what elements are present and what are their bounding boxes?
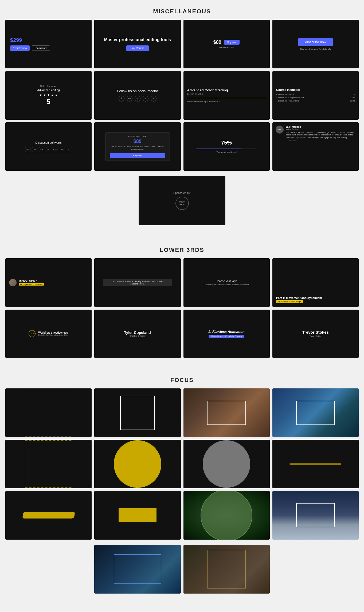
workshop-overlay: [183, 388, 270, 437]
aerial-overlay: [272, 388, 359, 437]
social-card: Follow us on social media! f tw ig yt in: [94, 71, 181, 120]
difficulty-sublabel: Advanced editing: [37, 88, 60, 92]
dashed-rect-gold: [25, 440, 72, 488]
section-title-miscellaneous: MISCELLANEOUS: [0, 0, 364, 20]
sponsor-logo: YOURLOGO: [175, 197, 189, 210]
dot-3: ▸: [276, 100, 277, 102]
social-icons-row: f tw ig yt in: [119, 96, 156, 102]
sponsor-label: Sponsored by:: [173, 192, 191, 194]
gold-rect: [119, 508, 156, 522]
mountain-focus-box: [296, 503, 335, 527]
lesson-row-1: ▸Lesson 01 - Basics 22:51: [276, 93, 355, 96]
focus-rect-gold-card: [94, 491, 181, 540]
buynow-button[interactable]: Buy now: [224, 40, 240, 45]
progress-card: 75% You are almost there!: [183, 122, 270, 171]
testimonial-content: Zack Madden Motion Designer This course …: [286, 126, 355, 142]
sponsored-card: Sponsored by: YOURLOGO: [139, 176, 226, 225]
dot-1: ▸: [276, 93, 277, 95]
lesson-3-name: ▸Lesson 03 - Tips & Tricks: [276, 100, 299, 102]
lesson-row-3: ▸Lesson 03 - Tips & Tricks 20:45: [276, 100, 355, 102]
buy-course-button[interactable]: Buy Course: [126, 45, 149, 51]
choose-title: Choose your topic: [216, 280, 237, 283]
focus-grid: [0, 388, 364, 545]
lower3rds-grid: Michael Slater VFX Specialist / Lead Art…: [0, 258, 364, 364]
animation-card: 2. Flawless Animation Motion Design 1.01…: [183, 310, 270, 358]
lesson-row-2: ▸Lesson 02 - Complex work flow 23:15: [276, 97, 355, 99]
learn-more-button[interactable]: Learn more: [32, 45, 50, 51]
register-button[interactable]: Register now: [10, 45, 30, 51]
focus-dashed-gold-card: [5, 440, 92, 488]
field-circle: [201, 491, 252, 540]
workflow-sub: Find Our Pro Tutorial by: Jake Keller: [38, 334, 68, 336]
acg-bar: [187, 98, 266, 98]
testimonial-date: - April 12, 2023: [286, 140, 355, 142]
trevor-sub: Tutor / Editor: [309, 335, 322, 337]
dashed-rect-dark: [25, 389, 72, 436]
acg-text: This lesson will teach you all the basic…: [187, 100, 220, 102]
miscellaneous-grid: $299 Register now Learn more Master prof…: [0, 20, 364, 176]
focus-field-card: [183, 491, 270, 540]
testimonial-card: ZM Zack Madden Motion Designer This cour…: [272, 122, 359, 171]
animation-badge: Motion Design 1.01 by Luke Fransen: [209, 335, 244, 338]
lifetime-label: Lifetime Access: [219, 46, 234, 49]
focus-circle-gray-card: [183, 440, 270, 488]
ps-icon: Ps: [25, 147, 30, 152]
mountain-overlay: [272, 491, 359, 540]
workflow-card: LOGO Workflow effectiveness Find Our Pro…: [5, 310, 92, 358]
lesson-2-name: ▸Lesson 02 - Complex work flow: [276, 97, 304, 99]
pricing-box: INDIVIDUAL USER $89 Get access to all co…: [105, 132, 170, 161]
michael-avatar: [9, 279, 17, 286]
difficulty-number: 5: [47, 98, 50, 106]
difficulty-stars: ★ ★ ★ ★ ★: [39, 93, 57, 97]
focus-tech-card: [94, 545, 181, 594]
section-title-lower3rds: LOWER 3RDS: [0, 239, 364, 258]
youtube-icon[interactable]: yt: [143, 96, 148, 102]
difficulty-card: Difficulty level: Advanced editing ★ ★ ★…: [5, 71, 92, 120]
pr-icon: Pr: [46, 147, 51, 152]
part-badge: 10 Tutorials: Motion Design: [276, 300, 303, 303]
testimonial-role: Motion Designer: [286, 128, 355, 130]
pricing-tag: INDIVIDUAL USER: [110, 135, 166, 138]
course-includes-card: Course includes: ▸Lesson 01 - Basics 22:…: [272, 71, 359, 120]
repair-focus-box: [207, 550, 246, 588]
price-card: $299 Register now Learn more: [5, 20, 92, 68]
facebook-icon[interactable]: f: [119, 96, 124, 102]
acg-card: Advanced Color Grading Lesson 5 | Unit 2…: [183, 71, 270, 120]
progress-bar-fill: [196, 149, 242, 149]
testimonial-text: This course is the best online resource …: [286, 131, 355, 139]
tyler-name: Tyler Copeland: [124, 330, 151, 335]
michael-slater-card: Michael Slater VFX Specialist / Lead Art…: [5, 258, 92, 307]
price89-value: $89: [213, 40, 221, 45]
testimonial-avatar: ZM: [276, 126, 284, 134]
instagram-icon[interactable]: ig: [135, 96, 140, 102]
pricing-price: $89: [110, 139, 166, 144]
focus-partial-row: [0, 545, 364, 602]
twitter-icon[interactable]: tw: [127, 96, 132, 102]
focus-line-gold-card: [272, 440, 359, 488]
pricing-buy-button[interactable]: Buy now!: [110, 153, 166, 158]
lr-icon: Lr: [67, 147, 72, 152]
acg-subtitle: Lesson 5 | Unit 2: [187, 93, 203, 95]
master-title: Master professional editing tools: [104, 37, 171, 43]
lesson-1-time: 22:51: [350, 93, 355, 96]
subscribe-button[interactable]: Subscribe now!: [298, 38, 333, 46]
yellow-brush: [22, 512, 75, 519]
software-title: Discussed software:: [35, 141, 61, 144]
trevor-card: Trevor Stokes Tutor / Editor: [272, 310, 359, 358]
linkedin-icon[interactable]: in: [151, 96, 156, 102]
choose-sub: Click the option to show the topic and m…: [204, 284, 249, 286]
ticker-card: If you love the effects of the major mot…: [94, 258, 181, 307]
michael-info: Michael Slater VFX Specialist / Lead Art…: [19, 280, 44, 286]
trevor-name: Trevor Stokes: [302, 330, 329, 334]
individual-pricing-card: INDIVIDUAL USER $89 Get access to all co…: [94, 122, 181, 171]
tyler-role: Creative Director: [130, 335, 146, 337]
software-icons: Ps Ai Ae Pr C4D Bln Lr: [25, 147, 72, 152]
michael-name: Michael Slater: [19, 280, 44, 283]
focus-repair-card: [183, 545, 270, 594]
workflow-info: Workflow effectiveness Find Our Pro Tuto…: [38, 331, 68, 336]
focus-solid-white-card: [94, 388, 181, 437]
focus-circle-yellow-card: [94, 440, 181, 488]
blender-icon: Bln: [60, 147, 65, 152]
workshop-focus-box: [207, 401, 246, 425]
price-buttons: Register now Learn more: [10, 45, 50, 51]
